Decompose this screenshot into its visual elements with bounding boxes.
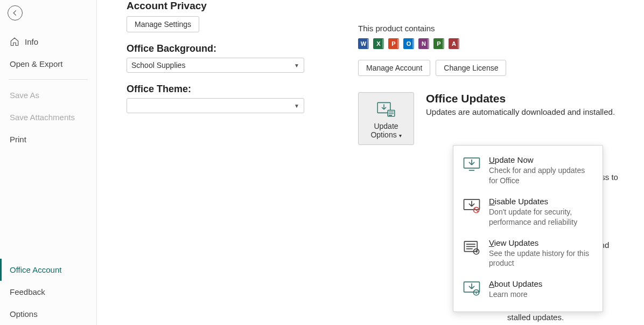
menu-update-now-title: Update Now — [489, 155, 594, 164]
nav-save-attachments: Save Attachments — [0, 106, 96, 128]
download-info-icon — [463, 280, 481, 296]
office-updates-desc: Updates are automatically downloaded and… — [426, 107, 615, 116]
product-apps-row: WXPONPA — [358, 38, 644, 49]
update-options-icon — [376, 100, 396, 119]
nav-open-export[interactable]: Open & Export — [0, 53, 96, 75]
main-content: Account Privacy Manage Settings Office B… — [97, 0, 644, 325]
back-button[interactable] — [8, 5, 23, 20]
manage-account-button[interactable]: Manage Account — [358, 60, 430, 76]
nav-feedback[interactable]: Feedback — [0, 281, 96, 303]
menu-disable-updates[interactable]: Disable Updates Don't update for securit… — [453, 192, 603, 234]
home-icon — [10, 37, 19, 46]
menu-about-updates[interactable]: About Updates Learn more — [453, 275, 603, 306]
menu-view-updates-desc: See the update history for this product — [489, 248, 594, 269]
office-background-value: School Supplies — [131, 61, 185, 70]
download-monitor-icon — [463, 156, 481, 172]
behind-text-4: stalled updates. — [507, 312, 564, 324]
nav-open-export-label: Open & Export — [10, 59, 62, 68]
app-icon: O — [403, 38, 414, 49]
app-icon: X — [373, 38, 384, 49]
office-theme-select[interactable]: ▼ — [127, 98, 304, 113]
caret-down-icon: ▼ — [294, 103, 299, 109]
caret-down-icon: ▼ — [294, 63, 299, 68]
app-icon: P — [388, 38, 399, 49]
divider — [9, 79, 88, 80]
account-privacy-title: Account Privacy — [127, 0, 331, 12]
nav-info-label: Info — [25, 37, 38, 46]
menu-disable-updates-title: Disable Updates — [489, 197, 594, 206]
update-options-menu: Update Now Check for and apply updates f… — [453, 145, 603, 312]
manage-settings-button[interactable]: Manage Settings — [127, 16, 199, 32]
menu-view-updates-title: View Updates — [489, 238, 594, 247]
product-contains-label: This product contains — [358, 24, 644, 33]
nav-print[interactable]: Print — [0, 128, 96, 150]
nav-options[interactable]: Options — [0, 303, 96, 325]
menu-view-updates[interactable]: View Updates See the update history for … — [453, 234, 603, 275]
chevron-down-icon: ▾ — [399, 133, 402, 139]
nav-office-account[interactable]: Office Account — [0, 259, 96, 281]
download-blocked-icon — [463, 198, 481, 214]
app-icon: W — [358, 38, 369, 49]
nav-save-as: Save As — [0, 84, 96, 106]
menu-update-now-desc: Check for and apply updates for Office — [489, 165, 594, 186]
sidebar: Info Open & Export Save As Save Attachme… — [0, 0, 97, 325]
nav-save-attachments-label: Save Attachments — [10, 113, 75, 122]
app-icon: P — [433, 38, 444, 49]
history-list-icon — [463, 239, 481, 255]
app-icon: N — [418, 38, 429, 49]
menu-about-updates-desc: Learn more — [489, 289, 542, 300]
app-icon: A — [449, 38, 459, 49]
change-license-button[interactable]: Change License — [436, 60, 506, 76]
office-background-label: Office Background: — [127, 43, 331, 54]
nav-feedback-label: Feedback — [10, 287, 45, 296]
update-options-line2: Options — [370, 130, 396, 139]
office-theme-label: Office Theme: — [127, 84, 331, 95]
menu-about-updates-title: About Updates — [489, 279, 542, 288]
nav-info[interactable]: Info — [0, 30, 96, 53]
update-options-button[interactable]: Update Options ▾ — [358, 92, 414, 145]
menu-disable-updates-desc: Don't update for security, performance a… — [489, 207, 594, 227]
nav-print-label: Print — [10, 135, 26, 144]
arrow-left-icon — [11, 9, 19, 17]
nav-office-account-label: Office Account — [10, 265, 61, 274]
update-options-line1: Update — [374, 122, 398, 130]
nav-options-label: Options — [10, 309, 38, 319]
office-updates-title: Office Updates — [426, 92, 615, 105]
nav-save-as-label: Save As — [10, 91, 39, 100]
office-background-select[interactable]: School Supplies ▼ — [127, 58, 304, 73]
menu-update-now[interactable]: Update Now Check for and apply updates f… — [453, 151, 603, 192]
